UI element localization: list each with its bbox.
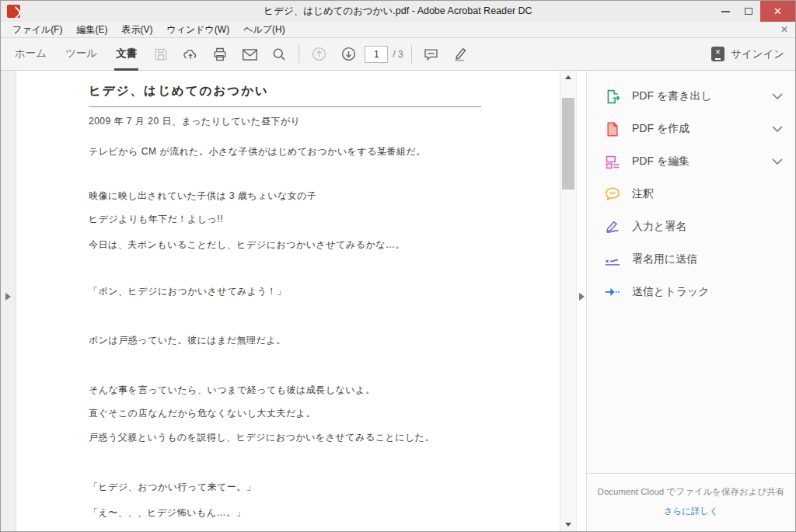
tool-create-pdf[interactable]: PDF を作成 [587,113,795,145]
doc-line: 戸惑う父親というものを説得し、ヒデジにおつかいをさせてみることにした。 [89,431,544,444]
scroll-down-icon[interactable] [560,518,576,531]
fill-sign-icon [604,218,621,235]
tool-edit-pdf[interactable]: PDF を編集 [587,145,795,178]
doc-line: ポンは戸惑っていた。彼にはまだ無理だよ。 [89,334,544,347]
send-for-signature-icon [604,251,621,268]
collapse-tools-pane-icon[interactable] [579,293,585,301]
toolbar-separator [298,45,299,64]
comment-bubble-icon[interactable] [417,43,446,66]
doc-line: 直ぐそこの店なんだから危なくないし大丈夫だよ。 [89,407,544,420]
tool-label: PDF を書き出し [632,89,772,103]
sign-in-icon [711,47,724,61]
document-content: ヒデジ、はじめてのおつかい 2009 年 7 月 20 日、まったりしていた昼下… [16,71,560,520]
tool-label: 送信とトラック [632,285,783,299]
tools-pane: PDF を書き出し PDF を作成 [586,71,795,531]
comment-icon [604,186,621,203]
sign-in-label: サインイン [731,47,784,61]
menu-edit[interactable]: 編集(E) [69,22,114,37]
doc-line: ヒデジよりも年下だ！よしっ!! [89,213,544,226]
acrobat-window: ヒデジ、はじめてのおつかい.pdf - Adobe Acrobat Reader… [0,0,796,532]
next-page-icon[interactable] [333,43,363,66]
create-pdf-icon [604,120,621,137]
vertical-scrollbar[interactable] [560,71,576,531]
chevron-down-icon[interactable] [772,89,783,103]
tool-fill-sign[interactable]: 入力と署名 [587,210,795,243]
scrollbar-track[interactable] [560,84,576,518]
acrobat-logo-icon [7,5,20,18]
document-cloud-text: Document Cloud でファイルを保存および共有 [595,486,787,498]
doc-line: 2009 年 7 月 20 日、まったりしていた昼下がり [89,115,544,128]
doc-line: そんな事を言っていたら、いつまで経っても彼は成長しないよ。 [89,384,544,397]
doc-line: 「え〜、、、ヒデジ怖いもん…。」 [89,506,544,520]
tab-document[interactable]: 文書 [106,38,146,71]
doc-line: 「ポン、ヒデジにおつかいさせてみよう！」 [89,285,544,298]
toolbar-separator [411,45,412,64]
tool-label: PDF を作成 [632,122,772,136]
doc-line: 「ヒデジ、おつかい行って来てー。」 [89,481,544,494]
expand-nav-pane-icon[interactable] [5,293,11,301]
doc-line: 映像に映し出されていた子供は 3 歳ちょいな女の子 [89,190,544,203]
tools-pane-toggle-strip [576,71,586,531]
menu-view[interactable]: 表示(V) [114,22,159,37]
maximize-button[interactable] [737,1,760,22]
send-and-track-icon [604,283,621,301]
sign-in-button[interactable]: サインイン [711,47,784,61]
export-pdf-icon [604,88,621,105]
tool-label: 入力と署名 [632,220,783,234]
title-bar: ヒデジ、はじめてのおつかい.pdf - Adobe Acrobat Reader… [1,1,795,22]
tool-send-and-track[interactable]: 送信とトラック [587,276,795,308]
document-title: ヒデジ、はじめてのおつかい [89,83,544,99]
tool-send-for-signature[interactable]: 署名用に送信 [587,243,795,276]
scrollbar-thumb[interactable] [562,98,574,190]
menubar-close-icon[interactable]: ✕ [780,24,788,35]
document-cloud-footer: Document Cloud でファイルを保存および共有 さらに詳しく [587,473,795,531]
menu-help[interactable]: ヘルプ(H) [236,22,292,37]
tool-label: PDF を編集 [632,155,772,169]
chevron-down-icon[interactable] [772,155,783,169]
menu-bar: ファイル(F) 編集(E) 表示(V) ウィンドウ(W) ヘルプ(H) ✕ [1,22,795,38]
title-rule [89,106,481,107]
email-icon[interactable] [235,43,264,66]
tool-comment[interactable]: 注釈 [587,178,795,210]
toolbar: ホーム ツール 文書 / 3 [1,38,795,71]
close-button[interactable]: ✕ [760,1,795,22]
page-number-input[interactable] [365,46,388,63]
scroll-up-icon[interactable] [560,71,576,84]
doc-line: 今日は、夫ポンもいることだし、ヒデジにおつかいさせてみるかな…。 [89,238,544,252]
menu-window[interactable]: ウィンドウ(W) [159,22,236,37]
menu-file[interactable]: ファイル(F) [5,22,69,37]
print-icon[interactable] [205,43,235,66]
document-page[interactable]: ヒデジ、はじめてのおつかい 2009 年 7 月 20 日、まったりしていた昼下… [16,71,560,531]
chevron-down-icon[interactable] [772,122,783,136]
doc-line: テレビから CM が流れた。小さな子供がはじめておつかいをする某番組だ。 [89,145,544,158]
navigation-pane-rail [1,71,16,531]
edit-pdf-icon [604,153,621,170]
tool-label: 署名用に送信 [632,252,783,266]
tool-label: 注釈 [632,187,783,201]
tool-export-pdf[interactable]: PDF を書き出し [587,80,795,113]
search-icon[interactable] [264,43,294,66]
tab-home[interactable]: ホーム [5,38,56,71]
tab-tools[interactable]: ツール [56,38,106,71]
previous-page-icon[interactable] [304,43,333,66]
window-title: ヒデジ、はじめてのおつかい.pdf - Adobe Acrobat Reader… [1,5,795,18]
highlighter-icon[interactable] [446,43,476,66]
main-area: ヒデジ、はじめてのおつかい 2009 年 7 月 20 日、まったりしていた昼下… [1,71,795,531]
save-icon[interactable] [146,43,176,66]
page-total-label: / 3 [393,49,403,60]
upload-cloud-icon[interactable] [176,43,205,66]
minimize-button[interactable] [714,1,737,22]
window-controls: ✕ [714,1,795,22]
learn-more-link[interactable]: さらに詳しく [664,506,718,517]
tools-list: PDF を書き出し PDF を作成 [587,71,795,473]
